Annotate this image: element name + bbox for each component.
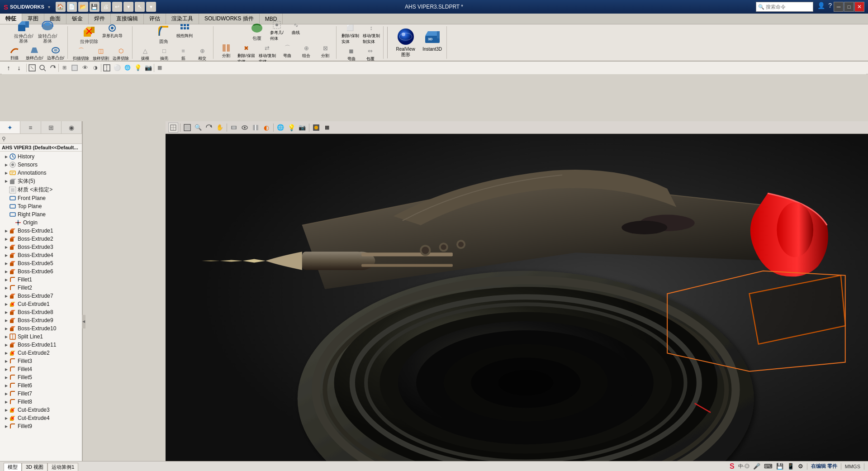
intersect-button[interactable]: ⊕ 相交 — [193, 46, 211, 62]
vp-appearance[interactable]: ◐ — [261, 123, 271, 133]
minimize-button[interactable]: ─ — [834, 2, 844, 12]
tree-item-boss-extrude8[interactable]: ▶ Boss-Extrude8 — [0, 308, 82, 316]
quick-access-select[interactable]: ↖ — [135, 2, 145, 12]
move-copy2-button[interactable]: ↕ 移动/复制制实体 — [361, 23, 382, 45]
tree-item-cut-extrude2[interactable]: ▶ Cut-Extrude2 — [0, 349, 82, 357]
tree-item-fillet4[interactable]: ▶ Fillet4 — [0, 365, 82, 373]
tree-item-fillet5[interactable]: ▶ Fillet5 — [0, 373, 82, 381]
tree-item-boss-extrude6[interactable]: ▶ Boss-Extrude6 — [0, 267, 82, 276]
tree-item-fillet2[interactable]: ▶ Fillet2 — [0, 284, 82, 292]
tab-motion[interactable]: 运动算例1 — [47, 463, 78, 471]
quick-access-save[interactable]: 💾 — [90, 2, 100, 12]
vp-hide-bodies[interactable] — [240, 123, 250, 133]
vp-pan[interactable]: ✋ — [215, 123, 225, 133]
tree-item-fillet3[interactable]: ▶ Fillet3 — [0, 357, 82, 365]
tab-sheetmetal[interactable]: 钣金 — [66, 14, 89, 24]
mirror-button[interactable]: ⇔ 包覆 — [361, 46, 379, 62]
loft-cut-button[interactable]: ◫ 放样切割 — [91, 46, 110, 62]
ref-geom-button[interactable]: 参考几/何体 — [268, 20, 286, 42]
viewport[interactable]: 🔍 ✋ ◐ 🌐 💡 📷 — [166, 121, 868, 471]
wrap-button[interactable]: 包覆 — [247, 20, 267, 42]
vp-zoom[interactable]: 🔍 — [193, 123, 203, 133]
tree-item-material[interactable]: ▶ 材质 <未指定> — [0, 186, 82, 194]
tree-item-boss-extrude2[interactable]: ▶ Boss-Extrude2 — [0, 235, 82, 243]
tree-item-cut-extrude3[interactable]: ▶ Cut-Extrude3 — [0, 406, 82, 414]
cut-extrude-button[interactable]: 拉伸切除 — [78, 23, 100, 45]
sweep-cut-button[interactable]: ⌒ 扫描切除 — [71, 46, 90, 62]
panel-collapse-handle[interactable]: ◀ — [82, 315, 85, 328]
tree-item-front-plane[interactable]: ▶ Front Plane — [0, 194, 82, 202]
tab-render[interactable]: 渲染工具 — [166, 14, 199, 24]
tree-item-right-plane[interactable]: ▶ Right Plane — [0, 210, 82, 219]
tree-item-boss-extrude9[interactable]: ▶ Boss-Extrude9 — [0, 316, 82, 324]
shell-button[interactable]: □ 抽壳 — [155, 46, 173, 62]
tree-item-annotations[interactable]: ▶ Annotations — [0, 169, 82, 177]
quick-access-print[interactable]: 🖨 — [101, 2, 111, 12]
vp-lights[interactable]: 💡 — [286, 123, 296, 133]
vp-rotate[interactable] — [204, 123, 214, 133]
tree-item-boss-extrude11[interactable]: ▶ Boss-Extrude11 — [0, 341, 82, 349]
tree-item-fillet8[interactable]: ▶ Fillet8 — [0, 398, 82, 406]
boss-extrude-button[interactable]: 拉伸凸台/基体 — [12, 18, 35, 44]
help-icon[interactable]: ? — [827, 2, 833, 12]
vp-more[interactable]: ▦ — [322, 123, 332, 133]
tab-weldments[interactable]: 焊件 — [89, 14, 111, 24]
tree-item-boss-extrude4[interactable]: ▶ Boss-Extrude4 — [0, 251, 82, 259]
vp-apply-scene[interactable] — [311, 123, 321, 133]
rib-button[interactable]: ≡ 筋 — [174, 46, 192, 62]
user-icon[interactable]: 👤 — [816, 2, 826, 12]
tab-direct-edit[interactable]: 直接编辑 — [111, 14, 144, 24]
linear-pattern-button[interactable]: 线性阵列 — [175, 23, 194, 45]
quick-access-options[interactable]: ▾ — [123, 2, 133, 12]
revolve-button[interactable]: 旋转凸台/基体 — [36, 18, 59, 44]
maximize-button[interactable]: □ — [844, 2, 854, 12]
quick-access-undo[interactable]: ↩ — [112, 2, 122, 12]
panel-resize-handle[interactable] — [79, 121, 82, 471]
tree-item-fillet6[interactable]: ▶ Fillet6 — [0, 381, 82, 390]
quick-access-open[interactable]: 📂 — [78, 2, 88, 12]
tab-3d-view[interactable]: 3D 视图 — [22, 463, 47, 471]
feature-tree[interactable]: ▶ History ▶ Sensors ▶ Annotat — [0, 152, 82, 471]
vp-camera[interactable]: 📷 — [297, 123, 307, 133]
tree-item-fillet9[interactable]: ▶ Fillet9 — [0, 422, 82, 430]
fillet-button[interactable]: 圆角 — [154, 23, 174, 45]
solid-delete-button[interactable]: ⬜ 删除/保制实体 — [340, 23, 360, 45]
config-manager-tab[interactable]: ⊞ — [41, 121, 62, 133]
tree-item-history[interactable]: ▶ History — [0, 152, 82, 161]
tree-item-split-line1[interactable]: ▶ Split Line1 — [0, 333, 82, 341]
realview-button[interactable]: RealView图形 — [393, 26, 418, 60]
tree-item-boss-extrude7[interactable]: ▶ Boss-Extrude7 — [0, 292, 82, 300]
search-input[interactable] — [766, 4, 811, 10]
tab-model[interactable]: 模型 — [4, 463, 22, 471]
异形向导-button[interactable]: 异形孔向导 — [101, 23, 124, 45]
vp-section[interactable] — [251, 123, 261, 133]
tab-evaluate[interactable]: 评估 — [144, 14, 166, 24]
tree-item-solid-bodies[interactable]: ▶ 实体(5) — [0, 177, 82, 186]
curves-button[interactable]: ∿ 曲线 — [287, 20, 305, 42]
tree-item-origin[interactable]: ▶ Origin — [0, 219, 82, 227]
close-button[interactable]: ✕ — [854, 2, 864, 12]
tree-item-cut-extrude1[interactable]: ▶ Cut-Extrude1 — [0, 300, 82, 308]
feature-manager-tab[interactable]: ✦ — [0, 121, 20, 133]
viewport-layout-button[interactable] — [168, 123, 178, 133]
vp-scene[interactable]: 🌐 — [275, 123, 285, 133]
instant3d-button[interactable]: 3D Instant3D — [420, 26, 445, 60]
tree-item-sensors[interactable]: ▶ Sensors — [0, 161, 82, 169]
quick-access-extra[interactable]: ▾ — [146, 2, 156, 12]
property-manager-tab[interactable]: ≡ — [20, 121, 41, 133]
solidify-button[interactable]: ◼ 弯曲 — [342, 46, 360, 62]
draft-button[interactable]: △ 拔模 — [136, 46, 154, 62]
tree-item-boss-extrude1[interactable]: ▶ Boss-Extrude1 — [0, 227, 82, 235]
vp-zoom-fit[interactable] — [182, 123, 192, 133]
tree-item-fillet7[interactable]: ▶ Fillet7 — [0, 390, 82, 398]
tree-item-fillet1[interactable]: ▶ Fillet1 — [0, 276, 82, 284]
tree-item-boss-extrude5[interactable]: ▶ Boss-Extrude5 — [0, 259, 82, 267]
quick-access-new[interactable]: 📄 — [67, 2, 77, 12]
tree-item-boss-extrude3[interactable]: ▶ Boss-Extrude3 — [0, 243, 82, 251]
search-bar[interactable]: 🔍 — [756, 2, 813, 12]
tree-item-top-plane[interactable]: ▶ Top Plane — [0, 202, 82, 210]
tree-item-cut-extrude4[interactable]: ▶ Cut-Extrude4 — [0, 414, 82, 422]
boundary-cut-button[interactable]: ⬡ 边界切除 — [111, 46, 130, 62]
vp-display-style[interactable] — [229, 123, 239, 133]
tree-item-boss-extrude10[interactable]: ▶ Boss-Extrude10 — [0, 324, 82, 333]
